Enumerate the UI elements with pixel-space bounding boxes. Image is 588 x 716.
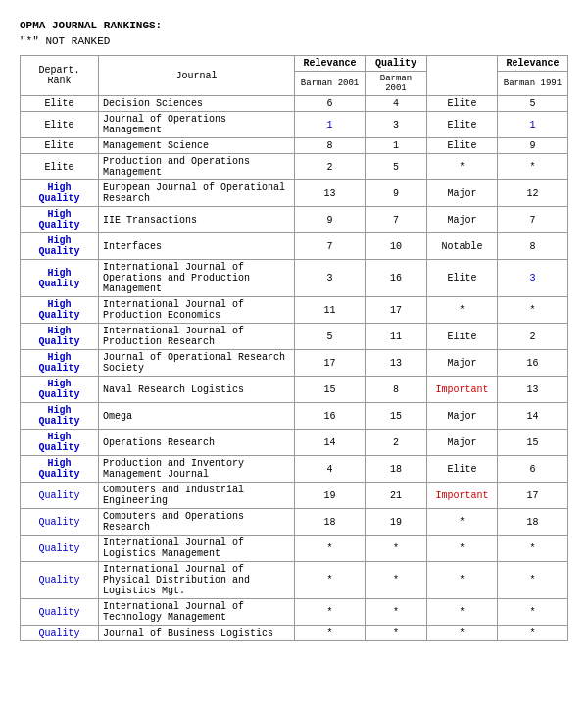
table-row: High QualityInternational Journal of Pro… <box>21 297 568 324</box>
journal-cell: IIE Transactions <box>99 207 295 233</box>
relevance1-cell: 11 <box>295 297 366 324</box>
relevance1-cell: 15 <box>295 377 366 403</box>
journal-cell: International Journal of Production Rese… <box>99 324 295 350</box>
subheader-barman2001-rel: Barman 2001 <box>295 72 366 96</box>
quality1-cell: 15 <box>366 403 427 430</box>
rank-cell: High Quality <box>21 180 99 207</box>
quality1-cell: 11 <box>366 324 427 350</box>
table-row: QualityInternational Journal of Physical… <box>21 562 568 599</box>
relevance2-cell: 7 <box>497 207 567 233</box>
col-header-relevance2: Relevance <box>497 56 567 72</box>
quality1-cell: 19 <box>366 509 427 536</box>
quality1-cell: 5 <box>366 154 427 180</box>
goh-cell: Elite <box>426 456 497 483</box>
col-header-quality1: Quality <box>366 56 427 72</box>
table-row: High QualityIIE Transactions97Major7 <box>21 207 568 233</box>
relevance2-cell: 3 <box>497 260 567 297</box>
relevance2-cell: 2 <box>497 324 567 350</box>
page-container: OPMA JOURNAL RANKINGS: "*" NOT RANKED De… <box>20 20 568 641</box>
relevance1-cell: * <box>295 536 366 562</box>
journal-cell: Journal of Operational Research Society <box>99 350 295 377</box>
quality1-cell: 1 <box>366 138 427 154</box>
journal-cell: Decision Sciences <box>99 96 295 112</box>
table-row: QualityJournal of Business Logistics**** <box>21 626 568 641</box>
relevance2-cell: 6 <box>497 456 567 483</box>
relevance2-cell: 16 <box>497 350 567 377</box>
relevance1-cell: 1 <box>295 112 366 138</box>
goh-cell: Important <box>426 377 497 403</box>
relevance1-cell: 19 <box>295 483 366 509</box>
header-row-1: Depart. Rank Journal Relevance Quality R… <box>21 56 568 72</box>
relevance2-cell: * <box>497 626 567 641</box>
quality1-cell: * <box>366 599 427 626</box>
rank-cell: Quality <box>21 626 99 641</box>
quality1-cell: 21 <box>366 483 427 509</box>
relevance2-cell: 13 <box>497 377 567 403</box>
rank-cell: Quality <box>21 509 99 536</box>
journal-cell: Computers and Industrial Engineering <box>99 483 295 509</box>
goh-cell: Elite <box>426 96 497 112</box>
goh-cell: Elite <box>426 112 497 138</box>
relevance1-cell: 8 <box>295 138 366 154</box>
relevance1-cell: 7 <box>295 233 366 260</box>
journal-cell: Omega <box>99 403 295 430</box>
table-row: High QualityJournal of Operational Resea… <box>21 350 568 377</box>
quality1-cell: 2 <box>366 430 427 456</box>
goh-cell: * <box>426 509 497 536</box>
goh-cell: Major <box>426 403 497 430</box>
relevance1-cell: 16 <box>295 403 366 430</box>
col-header-journal: Journal <box>99 56 295 96</box>
quality1-cell: 13 <box>366 350 427 377</box>
quality1-cell: 16 <box>366 260 427 297</box>
goh-cell: * <box>426 626 497 641</box>
rank-cell: High Quality <box>21 456 99 483</box>
relevance2-cell: 15 <box>497 430 567 456</box>
rank-cell: High Quality <box>21 207 99 233</box>
relevance1-cell: 4 <box>295 456 366 483</box>
relevance1-cell: 2 <box>295 154 366 180</box>
rank-cell: High Quality <box>21 430 99 456</box>
journal-cell: European Journal of Operational Research <box>99 180 295 207</box>
journal-cell: Journal of Operations Management <box>99 112 295 138</box>
rankings-table: Depart. Rank Journal Relevance Quality R… <box>20 55 568 641</box>
goh-cell: Elite <box>426 260 497 297</box>
goh-cell: * <box>426 154 497 180</box>
relevance1-cell: * <box>295 599 366 626</box>
journal-cell: Management Science <box>99 138 295 154</box>
goh-cell: Notable <box>426 233 497 260</box>
table-body: EliteDecision Sciences64Elite5EliteJourn… <box>21 96 568 641</box>
journal-cell: Journal of Business Logistics <box>99 626 295 641</box>
relevance1-cell: 3 <box>295 260 366 297</box>
table-row: QualityComputers and Operations Research… <box>21 509 568 536</box>
subheader-barman1991: Barman 1991 <box>497 72 567 96</box>
journal-cell: International Journal of Production Econ… <box>99 297 295 324</box>
rank-cell: Quality <box>21 536 99 562</box>
goh-cell: Elite <box>426 324 497 350</box>
goh-cell: * <box>426 536 497 562</box>
rank-cell: High Quality <box>21 403 99 430</box>
journal-cell: International Journal of Logistics Manag… <box>99 536 295 562</box>
relevance2-cell: * <box>497 562 567 599</box>
table-row: EliteProduction and Operations Managemen… <box>21 154 568 180</box>
journal-cell: Operations Research <box>99 430 295 456</box>
journal-cell: Naval Research Logistics <box>99 377 295 403</box>
quality1-cell: 17 <box>366 297 427 324</box>
goh-cell: Important <box>426 483 497 509</box>
table-row: High QualityOmega1615Major14 <box>21 403 568 430</box>
quality1-cell: 8 <box>366 377 427 403</box>
relevance1-cell: 5 <box>295 324 366 350</box>
quality1-cell: 3 <box>366 112 427 138</box>
goh-cell: * <box>426 562 497 599</box>
table-row: High QualityProduction and Inventory Man… <box>21 456 568 483</box>
relevance1-cell: * <box>295 626 366 641</box>
quality1-cell: * <box>366 562 427 599</box>
journal-cell: Production and Inventory Management Jour… <box>99 456 295 483</box>
quality1-cell: 9 <box>366 180 427 207</box>
relevance2-cell: 1 <box>497 112 567 138</box>
relevance2-cell: * <box>497 536 567 562</box>
goh-cell: Major <box>426 207 497 233</box>
table-row: EliteJournal of Operations Management13E… <box>21 112 568 138</box>
rank-cell: High Quality <box>21 350 99 377</box>
quality1-cell: 4 <box>366 96 427 112</box>
quality1-cell: 7 <box>366 207 427 233</box>
